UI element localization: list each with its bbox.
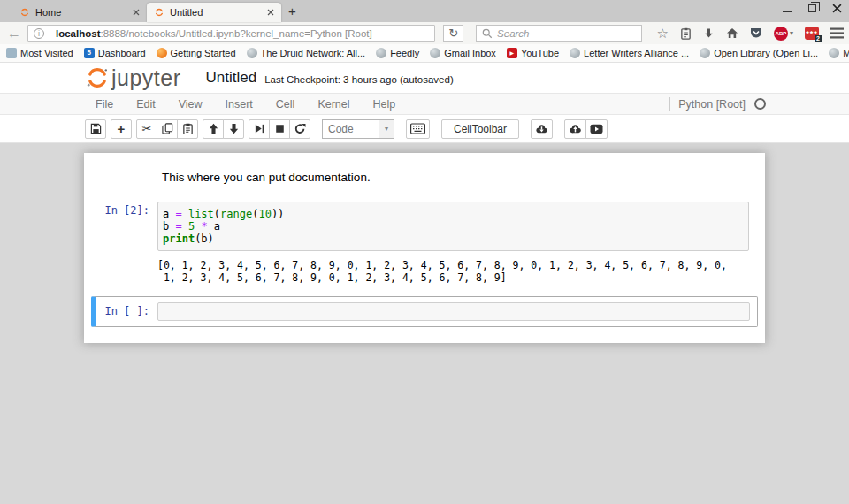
youtube-icon — [507, 48, 517, 58]
cloud-upload-button[interactable] — [564, 119, 586, 139]
move-cell-up-button[interactable] — [203, 119, 224, 139]
menu-help[interactable]: Help — [362, 98, 408, 111]
code-input-area[interactable]: a = list(range(10))b = 5 * aprint(b) — [157, 202, 749, 251]
reading-list-icon[interactable] — [680, 27, 692, 40]
notebook-title[interactable]: Untitled — [206, 69, 257, 87]
browser-titlebar: Home Untitled + — [0, 0, 849, 22]
command-palette-button[interactable] — [406, 119, 430, 139]
chevron-down-icon: ▾ — [790, 29, 793, 37]
cell-type-select[interactable]: Code ▾ — [322, 119, 394, 139]
stop-icon — [274, 123, 286, 134]
tab-close-icon[interactable] — [267, 9, 274, 16]
bookmark-item[interactable]: Most Visited — [6, 48, 73, 58]
bookmark-label: Getting Started — [171, 48, 236, 58]
menu-view[interactable]: View — [167, 98, 214, 111]
copy-cell-button[interactable] — [157, 119, 178, 139]
bookmark-label: The Druid Network: All... — [261, 48, 366, 58]
celltoolbar-button[interactable]: CellToolbar — [441, 119, 519, 139]
bookmark-label: Feedly — [390, 48, 419, 58]
jupyter-favicon-icon — [19, 7, 30, 18]
notebook-container: This where you can put documentation. In… — [84, 153, 765, 343]
cut-cell-button[interactable]: ✂ — [136, 119, 157, 139]
menu-cell[interactable]: Cell — [264, 98, 307, 111]
jupyter-menubar: FileEditViewInsertCellKernelHelp Python … — [0, 93, 849, 115]
bookmark-item[interactable]: Gmail Inbox — [430, 48, 496, 58]
bookmark-label: Open Library (Open Li... — [714, 48, 818, 58]
menu-insert[interactable]: Insert — [214, 98, 264, 111]
keyboard-icon — [410, 123, 425, 134]
copy-icon — [162, 123, 173, 134]
adblock-icon[interactable]: ABP ▾ — [774, 27, 793, 41]
url-bar[interactable]: i localhost:8888/notebooks/Untitled.ipyn… — [27, 25, 435, 42]
save-button[interactable] — [85, 119, 106, 139]
new-tab-button[interactable]: + — [281, 4, 305, 22]
tab-home[interactable]: Home — [12, 3, 147, 22]
bookmark-star-icon[interactable]: ☆ — [657, 27, 669, 40]
dashboard-icon — [84, 48, 95, 58]
step-forward-icon — [254, 123, 265, 134]
globe-icon — [430, 48, 440, 58]
tab-untitled[interactable]: Untitled — [147, 3, 281, 22]
reload-icon[interactable]: ↻ — [443, 25, 463, 42]
bookmark-item[interactable]: Feedly — [376, 48, 419, 58]
cloud-download-icon — [535, 123, 548, 134]
bookmark-item[interactable]: MSK — [829, 48, 849, 58]
code-line: b = 5 * a — [163, 220, 744, 233]
output-line: 1, 2, 3, 4, 5, 6, 7, 8, 9, 0, 1, 2, 3, 4… — [157, 271, 727, 284]
output-line: [0, 1, 2, 3, 4, 5, 6, 7, 8, 9, 0, 1, 2, … — [157, 259, 727, 271]
restore-button[interactable] — [808, 4, 816, 12]
refresh-icon — [294, 123, 306, 134]
menu-file[interactable]: File — [84, 98, 125, 111]
empty-code-input[interactable] — [157, 302, 750, 321]
save-icon — [90, 123, 102, 134]
cloud-upload-icon — [569, 123, 582, 134]
bookmark-item[interactable]: Dashboard — [84, 48, 146, 58]
bookmark-label: Letter Writers Alliance ... — [584, 48, 689, 58]
site-info-icon[interactable]: i — [34, 28, 44, 39]
close-button[interactable] — [832, 4, 842, 13]
bookmark-item[interactable]: Letter Writers Alliance ... — [570, 48, 689, 58]
menu-kernel[interactable]: Kernel — [306, 98, 361, 111]
bookmark-item[interactable]: The Druid Network: All... — [247, 48, 366, 58]
jupyter-favicon-icon — [154, 7, 164, 18]
firefox-icon — [157, 48, 167, 58]
kernel-name: Python [Root] — [678, 98, 746, 111]
jupyter-logo[interactable]: jupyter — [84, 65, 181, 91]
markdown-cell[interactable]: This where you can put documentation. — [84, 167, 765, 187]
move-cell-down-button[interactable] — [223, 119, 244, 139]
downloads-icon[interactable] — [703, 27, 715, 39]
globe-icon — [570, 48, 580, 58]
tab-close-icon[interactable] — [133, 9, 140, 16]
restart-kernel-button[interactable] — [289, 119, 310, 139]
scissors-icon: ✂ — [142, 122, 152, 135]
play-video-button[interactable] — [585, 119, 608, 139]
run-cell-button[interactable] — [249, 119, 270, 139]
search-input[interactable]: Search — [476, 25, 641, 42]
search-icon — [482, 28, 493, 39]
cloud-download-button[interactable] — [531, 119, 553, 139]
bookmark-label: MSK — [843, 48, 849, 58]
add-cell-button[interactable]: + — [111, 119, 132, 139]
jupyter-logo-icon — [84, 65, 111, 90]
menu-edit[interactable]: Edit — [125, 98, 167, 111]
most-visited-icon — [6, 48, 17, 58]
home-icon[interactable] — [726, 27, 738, 39]
pocket-icon[interactable] — [750, 27, 762, 39]
bookmark-item[interactable]: YouTube — [507, 48, 559, 58]
menu-hamburger-icon[interactable] — [830, 27, 844, 39]
bookmark-label: Gmail Inbox — [444, 48, 496, 58]
back-icon[interactable]: ← — [5, 27, 23, 41]
checkpoint-status: Last Checkpoint: 3 hours ago (autosaved) — [264, 74, 454, 85]
bookmarks-bar: Most VisitedDashboardGetting StartedThe … — [0, 44, 849, 63]
interrupt-kernel-button[interactable] — [269, 119, 290, 139]
bookmark-item[interactable]: Getting Started — [157, 48, 236, 58]
code-line: a = list(range(10)) — [163, 208, 744, 220]
jupyter-header: jupyter Untitled Last Checkpoint: 3 hour… — [0, 63, 849, 93]
paste-cell-button[interactable] — [177, 119, 198, 139]
code-cell[interactable]: In [2]: a = list(range(10))b = 5 * aprin… — [84, 202, 765, 251]
minimize-button[interactable] — [783, 4, 792, 12]
bookmark-item[interactable]: Open Library (Open Li... — [700, 48, 818, 58]
selected-empty-cell[interactable]: In [ ]: — [91, 296, 758, 327]
output-text: [0, 1, 2, 3, 4, 5, 6, 7, 8, 9, 0, 1, 2, … — [157, 259, 727, 284]
password-manager-icon[interactable]: *** 2 — [805, 27, 819, 40]
